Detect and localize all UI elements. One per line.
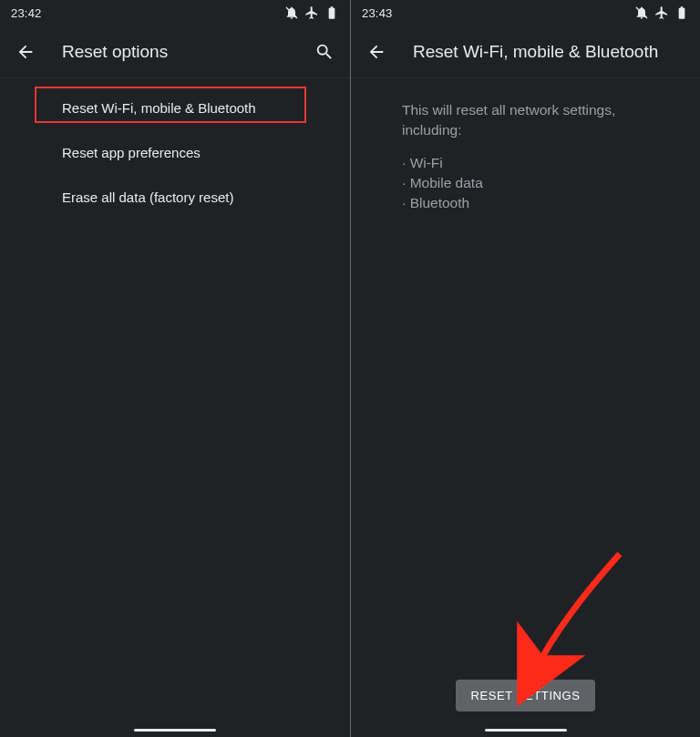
option-reset-network[interactable]: Reset Wi-Fi, mobile & Bluetooth [0, 86, 350, 130]
status-bar: 23:43 [351, 0, 700, 26]
back-button[interactable] [358, 34, 395, 70]
status-icons [284, 5, 339, 20]
bottom-button-wrap: RESET SETTINGS [351, 680, 700, 711]
search-button[interactable] [306, 34, 343, 70]
battery-icon [324, 5, 339, 20]
status-time: 23:43 [362, 6, 393, 20]
page-title: Reset Wi-Fi, mobile & Bluetooth [413, 42, 693, 62]
bullet-list: · Wi-Fi · Mobile data · Bluetooth [402, 153, 674, 213]
gesture-bar [485, 729, 567, 732]
battery-icon [674, 5, 689, 20]
dnd-off-icon [284, 5, 299, 20]
gesture-bar [134, 729, 216, 732]
arrow-back-icon [366, 42, 386, 62]
bullet-label: Wi-Fi [410, 155, 443, 170]
content-area: Reset Wi-Fi, mobile & Bluetooth Reset ap… [0, 78, 350, 737]
arrow-back-icon [15, 42, 36, 62]
bullet-wifi: · Wi-Fi [402, 153, 674, 173]
option-factory-reset[interactable]: Erase all data (factory reset) [0, 175, 350, 220]
back-button[interactable] [7, 34, 44, 70]
app-bar: Reset Wi-Fi, mobile & Bluetooth [351, 26, 700, 78]
bullet-label: Mobile data [410, 175, 483, 190]
status-bar: 23:42 [0, 0, 350, 26]
description: This will reset all network settings, in… [402, 100, 674, 140]
dnd-off-icon [634, 5, 649, 20]
status-icons [634, 5, 689, 20]
airplane-icon [304, 5, 319, 20]
screen-reset-options: 23:42 Reset options Reset Wi-Fi, mobile … [0, 0, 350, 737]
detail-text: This will reset all network settings, in… [351, 86, 700, 213]
airplane-icon [654, 5, 669, 20]
content-area: This will reset all network settings, in… [351, 78, 700, 737]
bullet-label: Bluetooth [410, 195, 470, 210]
app-bar: Reset options [0, 26, 350, 78]
bullet-mobile: · Mobile data [402, 173, 674, 193]
screen-reset-network: 23:43 Reset Wi-Fi, mobile & Bluetooth Th… [350, 0, 700, 737]
option-reset-app-prefs[interactable]: Reset app preferences [0, 130, 350, 175]
status-time: 23:42 [11, 6, 42, 20]
search-icon [314, 42, 335, 62]
page-title: Reset options [62, 42, 288, 62]
reset-settings-button[interactable]: RESET SETTINGS [456, 680, 594, 711]
bullet-bluetooth: · Bluetooth [402, 193, 674, 213]
